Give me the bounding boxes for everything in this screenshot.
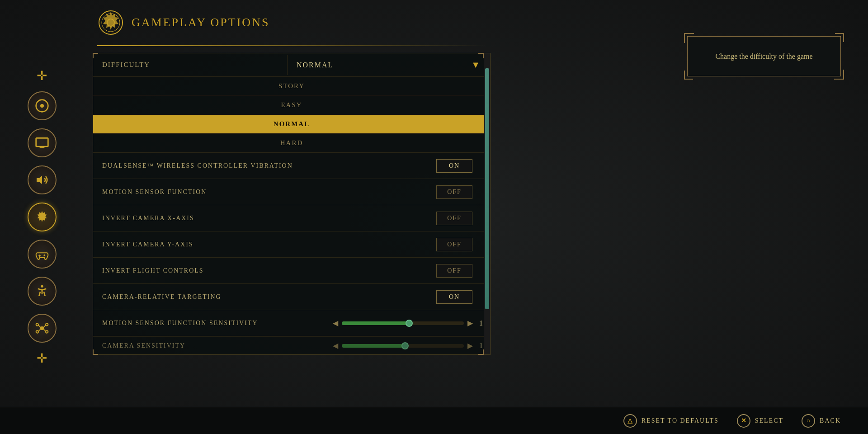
setting-label-motion: MOTION SENSOR FUNCTION [93, 189, 419, 196]
info-panel: Change the difficulty of the game [687, 36, 841, 76]
accessibility-icon [35, 284, 49, 298]
slider-thumb-motion[interactable] [406, 320, 413, 327]
setting-row-targeting: CAMERA-RELATIVE TARGETING ON [93, 284, 490, 310]
setting-label-invert-x: INVERT CAMERA X-AXIS [93, 215, 419, 222]
toggle-flight[interactable]: OFF [436, 264, 472, 278]
sidebar: ✛ [0, 0, 84, 434]
gear-icon [35, 210, 49, 224]
toggle-invert-y[interactable]: OFF [436, 238, 472, 251]
info-box-corner-bl [684, 71, 693, 80]
difficulty-value[interactable]: Normal ▼ [288, 53, 490, 76]
info-text: Change the difficulty of the game [699, 50, 829, 62]
sidebar-icon-controller[interactable] [28, 240, 57, 269]
difficulty-row[interactable]: DIFFICULTY Normal ▼ [93, 53, 490, 77]
slider-track-motion[interactable] [342, 321, 464, 325]
slider-track-camera[interactable] [342, 344, 464, 348]
setting-value-invert-x: OFF [419, 212, 490, 225]
toggle-vibration[interactable]: ON [436, 159, 472, 173]
svg-line-18 [38, 329, 41, 331]
slider-row-camera-sensitivity: CAMERA SENSITIVITY ◀ ▶ 1 [93, 336, 490, 354]
info-box-corner-tr [835, 33, 844, 42]
display-icon [35, 136, 49, 150]
sidebar-icon-display[interactable] [28, 128, 57, 157]
select-label: SELECT [755, 417, 783, 425]
header-divider [97, 45, 486, 46]
dropdown-arrow-icon: ▼ [471, 60, 481, 70]
slider-label-motion-sensitivity: MOTION SENSOR FUNCTION SENSITIVITY [93, 320, 328, 327]
slider-right-arrow-camera[interactable]: ▶ [467, 341, 473, 350]
sidebar-icon-network[interactable] [28, 314, 57, 343]
difficulty-current: Normal [297, 61, 333, 69]
back-label: BACK [820, 417, 841, 425]
setting-row-invert-y: INVERT CAMERA Y-AXIS OFF [93, 231, 490, 258]
svg-point-14 [36, 330, 38, 333]
audio-icon [35, 173, 49, 187]
network-icon [35, 321, 49, 335]
svg-point-9 [43, 255, 45, 256]
difficulty-label: DIFFICULTY [93, 55, 288, 75]
slider-row-motion-sensitivity: MOTION SENSOR FUNCTION SENSITIVITY ◀ ▶ 1 [93, 310, 490, 336]
reset-defaults-action[interactable]: △ RESET TO DEFAULTS [623, 414, 719, 428]
svg-marker-5 [37, 176, 42, 184]
svg-point-13 [46, 323, 48, 326]
setting-row-vibration: DUALSENSE™ WIRELESS CONTROLLER VIBRATION… [93, 153, 490, 179]
scrollbar[interactable] [484, 53, 490, 354]
sidebar-icon-gear[interactable] [28, 203, 57, 231]
dropdown-item-hard[interactable]: Hard [93, 134, 490, 152]
sidebar-icon-accessibility[interactable] [28, 277, 57, 306]
page-title: GAMEPLAY OPTIONS [132, 16, 269, 29]
setting-label-vibration: DUALSENSE™ WIRELESS CONTROLLER VIBRATION [93, 162, 419, 170]
setting-label-flight: INVERT FLIGHT CONTROLS [93, 267, 419, 274]
info-box: Change the difficulty of the game [687, 36, 841, 76]
slider-right-arrow-motion[interactable]: ▶ [467, 319, 473, 327]
svg-rect-2 [36, 138, 48, 146]
header-gear-icon [97, 9, 124, 36]
setting-value-flight: OFF [419, 264, 490, 278]
setting-label-invert-y: INVERT CAMERA Y-AXIS [93, 241, 419, 248]
dropdown-item-normal[interactable]: Normal [93, 115, 490, 134]
svg-line-17 [43, 325, 45, 327]
reset-defaults-btn-icon: △ [623, 414, 637, 428]
page-header: GAMEPLAY OPTIONS [93, 9, 500, 36]
slider-label-camera-sensitivity: CAMERA SENSITIVITY [93, 342, 328, 349]
setting-value-targeting: ON [419, 290, 490, 304]
scrollbar-thumb[interactable] [485, 68, 489, 309]
difficulty-dropdown: Story Easy Normal Hard [93, 77, 490, 153]
setting-label-targeting: CAMERA-RELATIVE TARGETING [93, 293, 419, 301]
setting-value-vibration: ON [419, 159, 490, 173]
svg-line-16 [38, 325, 41, 327]
panel-border: DIFFICULTY Normal ▼ Story Easy Normal Ha… [93, 53, 491, 355]
toggle-motion[interactable]: OFF [436, 185, 472, 199]
slider-control-camera: ◀ ▶ 1 [328, 341, 490, 350]
settings-panel: DIFFICULTY Normal ▼ Story Easy Normal Ha… [93, 53, 491, 355]
sidebar-cross-top[interactable]: ✛ [37, 68, 47, 83]
toggle-targeting[interactable]: ON [436, 290, 472, 304]
slider-fill-motion [342, 321, 409, 325]
back-btn-icon: ○ [802, 414, 815, 428]
back-action[interactable]: ○ BACK [802, 414, 841, 428]
setting-row-invert-x: INVERT CAMERA X-AXIS OFF [93, 205, 490, 231]
slider-left-arrow-motion[interactable]: ◀ [333, 319, 338, 327]
select-btn-icon: ✕ [737, 414, 750, 428]
svg-point-15 [46, 330, 48, 333]
svg-point-12 [36, 323, 38, 326]
sidebar-icon-audio[interactable] [28, 165, 57, 194]
slider-thumb-camera[interactable] [401, 342, 409, 349]
svg-point-10 [41, 285, 43, 288]
setting-row-motion: MOTION SENSOR FUNCTION OFF [93, 179, 490, 205]
svg-line-19 [43, 329, 45, 331]
setting-row-flight: INVERT FLIGHT CONTROLS OFF [93, 258, 490, 284]
main-content: GAMEPLAY OPTIONS DIFFICULTY Normal ▼ Sto… [84, 0, 500, 434]
setting-value-motion: OFF [419, 185, 490, 199]
dropdown-item-easy[interactable]: Easy [93, 96, 490, 115]
dropdown-item-story[interactable]: Story [93, 77, 490, 96]
select-action[interactable]: ✕ SELECT [737, 414, 783, 428]
sidebar-icon-disc[interactable] [28, 91, 57, 120]
reset-defaults-label: RESET TO DEFAULTS [642, 417, 719, 425]
disc-icon [35, 99, 49, 113]
sidebar-cross-bottom[interactable]: ✛ [37, 351, 47, 366]
slider-left-arrow-camera[interactable]: ◀ [333, 341, 338, 350]
controller-icon [35, 247, 49, 261]
toggle-invert-x[interactable]: OFF [436, 212, 472, 225]
setting-value-invert-y: OFF [419, 238, 490, 251]
